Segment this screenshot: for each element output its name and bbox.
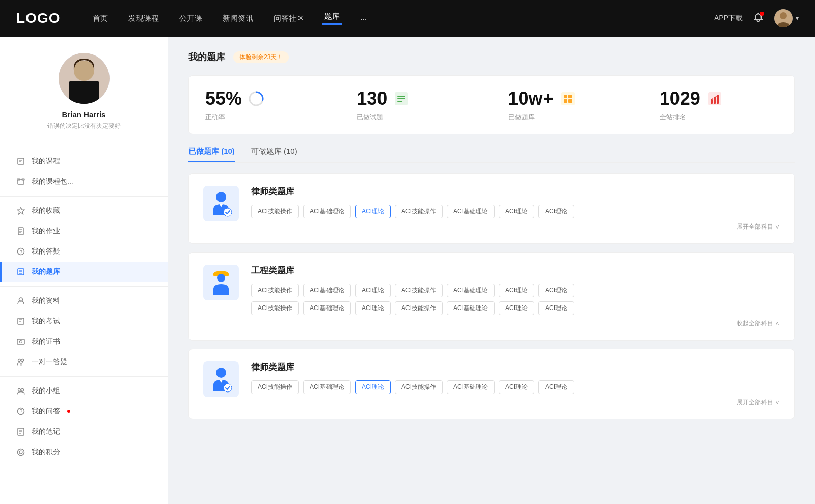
tag-2-4[interactable]: ACI技能操作 <box>395 284 443 297</box>
notification-bell[interactable] <box>753 12 764 25</box>
qbank-icon <box>16 267 25 276</box>
svg-point-41 <box>19 451 22 454</box>
tag-1-1[interactable]: ACI技能操作 <box>251 205 299 218</box>
tag-2-14[interactable]: ACI理论 <box>538 301 574 315</box>
divider-1 <box>0 196 168 197</box>
sidebar-item-oneone[interactable]: 一对一答疑 <box>0 352 168 372</box>
expand-link-3[interactable]: 展开全部科目 ∨ <box>251 398 780 407</box>
svg-rect-51 <box>568 95 572 98</box>
tag-3-6[interactable]: ACI理论 <box>499 380 534 394</box>
tag-3-3[interactable]: ACI理论 <box>355 380 391 394</box>
sidebar-item-myqa[interactable]: ? 我的问答 <box>0 401 168 422</box>
qbank-engineer-icon <box>203 265 239 300</box>
sidebar-label-exam: 我的考试 <box>32 317 60 326</box>
sidebar-item-group[interactable]: 我的小组 <box>0 381 168 401</box>
nav-qa[interactable]: 问答社区 <box>271 14 306 23</box>
tag-2-9[interactable]: ACI基础理论 <box>303 301 351 315</box>
sidebar-label-group: 我的小组 <box>32 386 60 396</box>
nav-items: 首页 发现课程 公开课 新闻资讯 问答社区 题库 ··· <box>91 12 714 25</box>
svg-point-1 <box>780 12 787 19</box>
tag-3-4[interactable]: ACI技能操作 <box>395 380 443 394</box>
stat-rank: 1029 全站排名 <box>643 76 794 134</box>
qbank-inner-1: 律师类题库 ACI技能操作 ACI基础理论 ACI理论 ACI技能操作 ACI基… <box>203 186 780 231</box>
chevron-down-icon: ▾ <box>796 15 799 22</box>
main-content: 我的题库 体验剩余23天！ 55% 正确率 <box>168 37 815 504</box>
nav-home[interactable]: 首页 <box>91 14 110 23</box>
sidebar-item-profile-data[interactable]: 我的资料 <box>0 291 168 311</box>
svg-text:?: ? <box>20 249 22 255</box>
expand-link-1[interactable]: 展开全部科目 ∨ <box>251 222 780 231</box>
tag-1-6[interactable]: ACI理论 <box>499 205 534 218</box>
tag-2-13[interactable]: ACI理论 <box>499 301 534 315</box>
sidebar-item-qbank[interactable]: 我的题库 <box>0 262 168 282</box>
tag-2-5[interactable]: ACI基础理论 <box>447 284 495 297</box>
svg-rect-53 <box>568 99 572 103</box>
tab-available-banks[interactable]: 可做题库 (10) <box>251 147 297 162</box>
sidebar-item-points[interactable]: 我的积分 <box>0 442 168 462</box>
course-icon <box>16 157 25 166</box>
sidebar-item-favorites[interactable]: 我的收藏 <box>0 201 168 221</box>
stat-accuracy-top: 55% <box>205 88 323 109</box>
tag-3-7[interactable]: ACI理论 <box>538 380 574 394</box>
svg-point-32 <box>18 389 21 391</box>
tabs-row: 已做题库 (10) 可做题库 (10) <box>188 147 795 163</box>
page-title: 我的题库 <box>188 51 225 63</box>
tag-2-6[interactable]: ACI理论 <box>499 284 534 297</box>
stat-accuracy-number: 55% <box>205 88 242 109</box>
nav-qbank[interactable]: 题库 <box>322 12 342 25</box>
tag-1-3[interactable]: ACI理论 <box>355 205 391 218</box>
svg-point-29 <box>20 341 22 343</box>
sidebar-label-cert: 我的证书 <box>32 337 60 346</box>
stat-accuracy-label: 正确率 <box>205 113 323 122</box>
stat-rank-label: 全站排名 <box>660 113 778 122</box>
tag-2-11[interactable]: ACI技能操作 <box>395 301 443 315</box>
qbank-card-engineer: 工程类题库 ACI技能操作 ACI基础理论 ACI理论 ACI技能操作 ACI基… <box>188 252 795 341</box>
sidebar-item-cert[interactable]: 我的证书 <box>0 331 168 352</box>
tag-2-10[interactable]: ACI理论 <box>355 301 391 315</box>
tag-1-4[interactable]: ACI技能操作 <box>395 205 443 218</box>
sidebar: Brian Harris 错误的决定比没有决定要好 我的课程 我的课程包... <box>0 37 168 504</box>
collapse-link-2[interactable]: 收起全部科目 ∧ <box>251 319 780 328</box>
bar-chart-icon <box>707 91 723 107</box>
sidebar-label-myqa: 我的问答 <box>32 407 60 416</box>
tag-2-7[interactable]: ACI理论 <box>538 284 574 297</box>
sidebar-item-answer[interactable]: ? 我的答疑 <box>0 241 168 262</box>
tag-1-5[interactable]: ACI基础理论 <box>447 205 495 218</box>
tag-3-2[interactable]: ACI基础理论 <box>303 380 351 394</box>
qbank-lawyer-icon-2 <box>203 361 239 397</box>
user-avatar-menu[interactable]: ▾ <box>774 9 799 27</box>
sidebar-item-package[interactable]: 我的课程包... <box>0 172 168 192</box>
tag-2-8[interactable]: ACI技能操作 <box>251 301 299 315</box>
app-download-link[interactable]: APP下载 <box>714 14 743 23</box>
tag-1-2[interactable]: ACI基础理论 <box>303 205 351 218</box>
nav-open-course[interactable]: 公开课 <box>177 14 204 23</box>
sidebar-item-homework[interactable]: 我的作业 <box>0 221 168 241</box>
tab-done-banks[interactable]: 已做题库 (10) <box>188 147 235 162</box>
tag-1-7[interactable]: ACI理论 <box>538 205 574 218</box>
sidebar-item-exam[interactable]: 我的考试 <box>0 311 168 331</box>
star-icon <box>16 206 25 215</box>
user-avatar <box>774 9 793 27</box>
stat-banks-label: 已做题库 <box>508 113 627 122</box>
tag-2-1[interactable]: ACI技能操作 <box>251 284 299 297</box>
notification-dot <box>760 12 764 16</box>
sidebar-menu: 我的课程 我的课程包... 我的收藏 <box>0 143 168 470</box>
sidebar-item-notes[interactable]: 我的笔记 <box>0 422 168 442</box>
sidebar-label-homework: 我的作业 <box>32 227 60 236</box>
qbank-card-lawyer-1: 律师类题库 ACI技能操作 ACI基础理论 ACI理论 ACI技能操作 ACI基… <box>188 173 795 244</box>
stat-rank-top: 1029 <box>660 88 778 109</box>
tag-2-2[interactable]: ACI基础理论 <box>303 284 351 297</box>
oneone-icon <box>16 357 25 367</box>
homework-icon <box>16 227 25 236</box>
tag-3-1[interactable]: ACI技能操作 <box>251 380 299 394</box>
nav-discover[interactable]: 发现课程 <box>126 14 161 23</box>
stat-done-banks: 10w+ 已做题库 <box>492 76 643 134</box>
tag-2-12[interactable]: ACI基础理论 <box>447 301 495 315</box>
tag-3-5[interactable]: ACI基础理论 <box>447 380 495 394</box>
sidebar-item-course[interactable]: 我的课程 <box>0 151 168 172</box>
svg-point-63 <box>216 368 226 378</box>
tag-2-3[interactable]: ACI理论 <box>355 284 391 297</box>
nav-more[interactable]: ··· <box>358 14 369 23</box>
nav-news[interactable]: 新闻资讯 <box>221 14 255 23</box>
pie-chart-icon <box>248 91 264 107</box>
